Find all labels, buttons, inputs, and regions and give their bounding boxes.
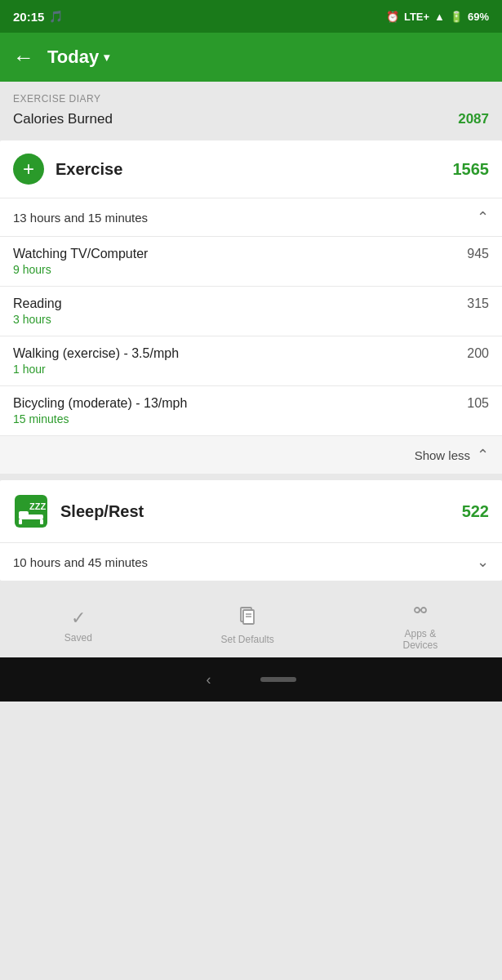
battery-icon: 🔋 xyxy=(450,11,463,23)
entry-calories-1: 315 xyxy=(467,296,489,311)
bottom-nav-saved[interactable]: ✓ Saved xyxy=(64,608,92,644)
entry-duration-1: 3 hours xyxy=(13,313,62,326)
calories-burned-label: Calories Burned xyxy=(13,111,113,127)
sleep-card-header: ZZZ Sleep/Rest 522 xyxy=(0,480,502,542)
sleep-icon: ZZZ xyxy=(13,493,49,529)
home-gesture[interactable] xyxy=(260,677,296,682)
saved-icon: ✓ xyxy=(71,608,86,629)
entry-name-3: Bicycling (moderate) - 13/mph xyxy=(13,396,187,411)
back-gesture[interactable]: ‹ xyxy=(207,671,211,688)
nav-dropdown-arrow[interactable]: ▾ xyxy=(104,51,109,64)
svg-rect-3 xyxy=(19,519,22,524)
bottom-nav: ✓ Saved Set Defaults Apps & Devices xyxy=(0,587,502,657)
network-label: LTE+ xyxy=(404,11,429,23)
entry-duration-0: 9 hours xyxy=(13,263,148,276)
sleep-card: ZZZ Sleep/Rest 522 10 hours and 45 minut… xyxy=(0,480,502,581)
svg-point-11 xyxy=(421,608,426,612)
bottom-nav-apps-devices[interactable]: Apps & Devices xyxy=(402,600,438,651)
exercise-diary-label: EXERCISE DIARY xyxy=(0,82,502,109)
entry-calories-2: 200 xyxy=(467,346,489,361)
signal-icon: ▲ xyxy=(434,11,445,23)
add-exercise-button[interactable]: + xyxy=(13,154,44,185)
svg-text:ZZZ: ZZZ xyxy=(29,501,46,511)
battery-level: 69% xyxy=(468,11,489,23)
entry-calories-0: 945 xyxy=(467,247,489,261)
set-defaults-label: Set Defaults xyxy=(220,634,273,645)
entry-name-2: Walking (exercise) - 3.5/mph xyxy=(13,346,179,361)
entry-calories-3: 105 xyxy=(467,396,489,411)
show-less-row[interactable]: Show less ⌃ xyxy=(0,435,502,474)
exercise-summary-row[interactable]: 13 hours and 15 minutes ⌃ xyxy=(0,198,502,236)
bottom-nav-set-defaults[interactable]: Set Defaults xyxy=(220,606,273,645)
svg-point-10 xyxy=(415,608,420,612)
nav-title-text: Today xyxy=(47,47,99,68)
sleep-summary-duration: 10 hours and 45 minutes xyxy=(13,555,148,569)
exercise-summary-duration: 13 hours and 15 minutes xyxy=(13,211,148,225)
audio-icon: 🎵 xyxy=(49,10,63,23)
saved-label: Saved xyxy=(64,632,92,644)
set-defaults-icon xyxy=(238,606,257,630)
svg-rect-2 xyxy=(19,511,29,516)
sleep-summary-row[interactable]: 10 hours and 45 minutes ⌄ xyxy=(0,542,502,581)
chevron-up-icon-2: ⌃ xyxy=(477,446,489,464)
exercise-card-title: Exercise xyxy=(56,160,442,179)
exercise-card: + Exercise 1565 13 hours and 15 minutes … xyxy=(0,140,502,474)
show-less-label: Show less xyxy=(415,448,470,462)
calories-burned-value: 2087 xyxy=(458,111,489,127)
apps-devices-label: Apps & Devices xyxy=(402,628,438,651)
exercise-entry-row[interactable]: Bicycling (moderate) - 13/mph 15 minutes… xyxy=(0,385,502,435)
chevron-down-icon: ⌄ xyxy=(477,553,489,571)
sleep-total-calories: 522 xyxy=(462,502,489,521)
entry-duration-2: 1 hour xyxy=(13,363,179,376)
status-left: 20:15 🎵 xyxy=(13,10,63,24)
entry-name-0: Watching TV/Computer xyxy=(13,247,148,261)
time-display: 20:15 xyxy=(13,10,44,24)
nav-title: Today ▾ xyxy=(47,47,109,68)
exercise-total-calories: 1565 xyxy=(453,160,490,179)
exercise-card-header: + Exercise 1565 xyxy=(0,140,502,198)
apps-devices-icon xyxy=(411,600,430,625)
status-bar: 20:15 🎵 ⏰ LTE+ ▲ 🔋 69% xyxy=(0,0,502,33)
calories-burned-row: Calories Burned 2087 xyxy=(0,109,502,137)
exercise-entry-row[interactable]: Walking (exercise) - 3.5/mph 1 hour 200 xyxy=(0,336,502,385)
sleep-card-title: Sleep/Rest xyxy=(60,502,451,521)
back-button[interactable]: ← xyxy=(13,45,34,70)
entry-duration-3: 15 minutes xyxy=(13,412,187,425)
exercise-entry-row[interactable]: Watching TV/Computer 9 hours 945 xyxy=(0,236,502,286)
alarm-icon: ⏰ xyxy=(386,11,399,23)
system-nav-bar: ‹ xyxy=(0,657,502,702)
nav-bar: ← Today ▾ xyxy=(0,33,502,82)
entry-name-1: Reading xyxy=(13,296,62,311)
chevron-up-icon: ⌃ xyxy=(477,208,489,226)
exercise-entry-row[interactable]: Reading 3 hours 315 xyxy=(0,286,502,336)
svg-rect-4 xyxy=(40,519,43,524)
status-right: ⏰ LTE+ ▲ 🔋 69% xyxy=(386,11,489,23)
